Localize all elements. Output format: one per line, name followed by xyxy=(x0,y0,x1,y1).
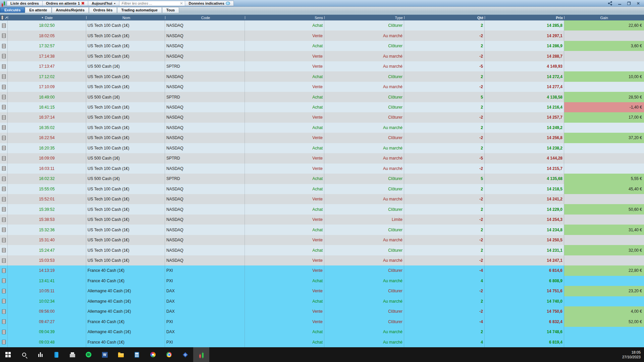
spotify-icon[interactable] xyxy=(80,347,97,362)
order-detail-icon[interactable] xyxy=(0,235,8,245)
filter-orders-input[interactable] xyxy=(121,1,180,5)
order-detail-icon[interactable] xyxy=(0,204,8,214)
order-detail-icon[interactable] xyxy=(0,61,8,71)
table-row[interactable]: 16:02:32 US 500 Cash (1€) SPTRD Achat Cl… xyxy=(0,174,644,184)
tab-ordres-lies[interactable]: Ordres liés xyxy=(89,7,117,13)
order-detail-icon[interactable] xyxy=(0,71,8,81)
table-row[interactable]: 18:02:05 US Tech 100 Cash (1€) NASDAQ Ve… xyxy=(0,31,644,41)
search-icon[interactable] xyxy=(16,347,32,362)
table-row[interactable]: 17:13:47 US 500 Cash (1€) SPTRD Vente Au… xyxy=(0,61,644,71)
word-icon[interactable]: W xyxy=(97,347,113,362)
column-header-type[interactable]: Type xyxy=(324,15,404,20)
close-button[interactable]: × xyxy=(636,1,641,6)
minimize-button[interactable] xyxy=(617,1,622,6)
tab-annules-rejetes[interactable]: Annulés/Rejetés xyxy=(52,7,89,13)
orders-list-button[interactable]: Liste des ordres xyxy=(7,1,43,6)
table-row[interactable]: 16:37:14 US Tech 100 Cash (1€) NASDAQ Ve… xyxy=(0,112,644,122)
table-row[interactable]: 16:49:00 US 500 Cash (1€) SPTRD Achat Cl… xyxy=(0,92,644,102)
order-detail-icon[interactable] xyxy=(0,215,8,225)
order-detail-icon[interactable] xyxy=(0,92,8,102)
order-detail-icon[interactable] xyxy=(0,153,8,163)
paint-icon[interactable] xyxy=(145,347,161,362)
taskbar-clock[interactable]: 18:05 27/10/2023 xyxy=(622,347,644,362)
order-detail-icon[interactable] xyxy=(0,31,8,41)
order-detail-icon[interactable] xyxy=(0,327,8,337)
table-row[interactable]: 17:32:57 US Tech 100 Cash (1€) NASDAQ Ac… xyxy=(0,41,644,51)
table-row[interactable]: 10:02:34 Allemagne 40 Cash (1€) DAX Acha… xyxy=(0,296,644,306)
table-row[interactable]: 16:35:02 US Tech 100 Cash (1€) NASDAQ Ac… xyxy=(0,123,644,133)
table-row[interactable]: 09:47:27 France 40 Cash (1€) PXI Vente C… xyxy=(0,317,644,327)
restore-button[interactable] xyxy=(627,1,631,6)
chrome-icon[interactable] xyxy=(161,347,177,362)
table-row[interactable]: 15:52:01 US Tech 100 Cash (1€) NASDAQ Ve… xyxy=(0,194,644,204)
table-row[interactable]: 15:39:52 US Tech 100 Cash (1€) NASDAQ Ac… xyxy=(0,204,644,214)
order-detail-icon[interactable] xyxy=(0,20,8,31)
share-icon[interactable] xyxy=(608,1,612,6)
table-row[interactable]: 17:12:02 US Tech 100 Cash (1€) NASDAQ Ac… xyxy=(0,71,644,81)
trading-app-icon[interactable] xyxy=(193,347,209,362)
wrench-icon[interactable] xyxy=(5,16,8,20)
table-row[interactable]: 16:09:09 US 500 Cash (1€) SPTRD Vente Au… xyxy=(0,153,644,163)
order-detail-icon[interactable] xyxy=(0,133,8,143)
order-detail-icon[interactable] xyxy=(0,164,8,174)
tab-tous[interactable]: Tous xyxy=(162,7,179,13)
table-row[interactable]: 15:24:47 US Tech 100 Cash (1€) NASDAQ Ac… xyxy=(0,245,644,255)
report-icon[interactable] xyxy=(1,15,4,20)
order-detail-icon[interactable] xyxy=(0,123,8,133)
table-row[interactable]: 15:31:40 US Tech 100 Cash (1€) NASDAQ Ve… xyxy=(0,235,644,245)
table-row[interactable]: 09:56:00 Allemagne 40 Cash (1€) DAX Vent… xyxy=(0,306,644,316)
file-explorer-icon[interactable] xyxy=(113,347,129,362)
order-detail-icon[interactable] xyxy=(0,51,8,61)
table-row[interactable]: 17:14:38 US Tech 100 Cash (1€) NASDAQ Ve… xyxy=(0,51,644,61)
clear-filter-icon[interactable]: ✕ xyxy=(180,1,183,6)
order-detail-icon[interactable] xyxy=(0,102,8,112)
close-pending-icon[interactable]: ✖ xyxy=(81,2,85,5)
table-row[interactable]: 14:13:19 France 40 Cash (1€) PXI Vente C… xyxy=(0,265,644,276)
order-detail-icon[interactable] xyxy=(0,276,8,286)
column-header-sens[interactable]: Sens xyxy=(245,15,324,20)
windows-start-icon[interactable] xyxy=(0,347,16,362)
period-dropdown[interactable]: Aujourd'hui ▼ xyxy=(88,1,119,6)
pending-orders-button[interactable]: Ordres en attente 1 ✖ xyxy=(43,1,88,6)
table-row[interactable]: 10:05:11 Allemagne 40 Cash (1€) DAX Vent… xyxy=(0,286,644,296)
tab-en-attente[interactable]: En attente xyxy=(25,7,51,13)
order-detail-icon[interactable] xyxy=(0,296,8,306)
table-row[interactable]: 16:22:54 US Tech 100 Cash (1€) NASDAQ Ve… xyxy=(0,133,644,143)
order-detail-icon[interactable] xyxy=(0,317,8,327)
table-row[interactable]: 16:20:35 US Tech 100 Cash (1€) NASDAQ Ac… xyxy=(0,143,644,153)
table-row[interactable]: 15:55:05 US Tech 100 Cash (1€) NASDAQ Ac… xyxy=(0,184,644,194)
order-detail-icon[interactable] xyxy=(0,286,8,296)
order-detail-icon[interactable] xyxy=(0,143,8,153)
column-header-gain[interactable]: Gain xyxy=(564,15,644,20)
order-detail-icon[interactable] xyxy=(0,265,8,276)
tab-executes[interactable]: Exécutés xyxy=(0,7,25,13)
table-row[interactable]: 15:32:36 US Tech 100 Cash (1€) NASDAQ Ac… xyxy=(0,225,644,235)
calculator-icon[interactable] xyxy=(129,347,145,362)
your-phone-icon[interactable] xyxy=(48,347,64,362)
table-row[interactable]: 13:41:41 France 40 Cash (1€) PXI Achat A… xyxy=(0,276,644,286)
table-row[interactable]: 16:41:15 US Tech 100 Cash (1€) NASDAQ Ac… xyxy=(0,102,644,112)
printer-icon[interactable] xyxy=(64,347,80,362)
column-header-code[interactable]: Code xyxy=(165,15,245,20)
table-row[interactable]: 15:38:53 US Tech 100 Cash (1€) NASDAQ Ve… xyxy=(0,215,644,225)
order-detail-icon[interactable] xyxy=(0,41,8,51)
order-detail-icon[interactable] xyxy=(0,112,8,122)
column-header-qte[interactable]: Qté xyxy=(404,15,485,20)
order-detail-icon[interactable] xyxy=(0,337,8,347)
tab-trading-automatique[interactable]: Trading automatique xyxy=(117,7,162,13)
table-row[interactable]: 09:04:39 Allemagne 40 Cash (1€) DAX Acha… xyxy=(0,327,644,337)
order-detail-icon[interactable] xyxy=(0,255,8,265)
column-header-date[interactable]: ▼ Date xyxy=(8,15,86,20)
table-row[interactable]: 18:02:50 US Tech 100 Cash (1€) NASDAQ Ac… xyxy=(0,20,644,31)
table-row[interactable]: 17:10:09 US Tech 100 Cash (1€) NASDAQ Ve… xyxy=(0,82,644,92)
order-detail-icon[interactable] xyxy=(0,82,8,92)
order-detail-icon[interactable] xyxy=(0,306,8,316)
order-detail-icon[interactable] xyxy=(0,225,8,235)
order-detail-icon[interactable] xyxy=(0,194,8,204)
order-detail-icon[interactable] xyxy=(0,184,8,194)
table-row[interactable]: 09:03:48 France 40 Cash (1€) PXI Achat A… xyxy=(0,337,644,347)
column-header-prix[interactable]: Prix xyxy=(485,15,564,20)
order-detail-icon[interactable] xyxy=(0,245,8,255)
table-row[interactable]: 15:03:53 US Tech 100 Cash (1€) NASDAQ Ve… xyxy=(0,255,644,265)
diamond-app-icon[interactable] xyxy=(177,347,193,362)
